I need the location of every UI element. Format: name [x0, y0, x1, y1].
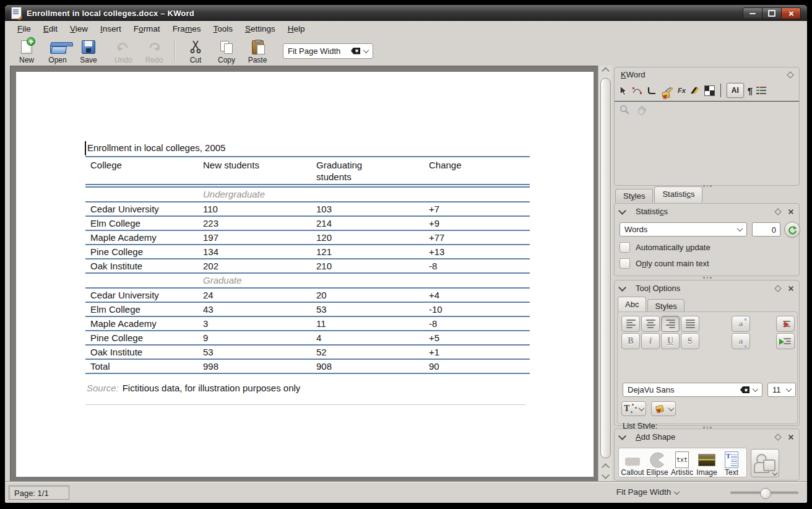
- tab-abc[interactable]: Abc: [618, 297, 646, 313]
- statistics-metric-select[interactable]: Words: [620, 222, 747, 237]
- table-row: Oak Institute5352+1: [85, 344, 530, 359]
- maximize-button[interactable]: [762, 7, 782, 19]
- auto-update-label: Automatically update: [636, 243, 710, 252]
- connector-tool-icon[interactable]: [646, 86, 656, 95]
- enrollment-table[interactable]: College New students Graduating students…: [85, 156, 530, 374]
- formula-tool-icon[interactable]: Fx: [678, 87, 686, 94]
- align-justify-button[interactable]: [681, 316, 699, 332]
- document-title[interactable]: Enrollment in local colleges, 2005: [87, 142, 225, 153]
- strikethrough-button[interactable]: S: [681, 333, 699, 349]
- refresh-button[interactable]: [784, 222, 800, 238]
- scroll-down-icon[interactable]: [602, 471, 610, 479]
- menu-frames[interactable]: Frames: [166, 23, 207, 35]
- align-right-button[interactable]: [661, 316, 680, 332]
- list-format-icon[interactable]: [756, 87, 766, 95]
- font-color-button[interactable]: T: [621, 401, 646, 416]
- shape-text[interactable]: T Text: [719, 450, 744, 477]
- redo-button[interactable]: Redo: [139, 37, 170, 64]
- scrollbar-thumb[interactable]: [600, 78, 611, 458]
- collapse-icon[interactable]: [618, 207, 626, 215]
- new-button[interactable]: New: [11, 37, 42, 64]
- shape-artistic-text[interactable]: txt Artistic: [670, 450, 694, 477]
- close-panel-icon[interactable]: [788, 434, 794, 440]
- calligraphy-tool-icon[interactable]: [689, 85, 701, 95]
- zoom-slider-knob[interactable]: [760, 488, 771, 499]
- text-direction-rtl-button[interactable]: [776, 316, 795, 332]
- chevron-down-icon: [363, 47, 369, 53]
- minimize-button[interactable]: [743, 7, 762, 19]
- titlebar[interactable]: Enrollment in local colleges.docx – KWor…: [5, 5, 807, 21]
- subscript-button[interactable]: as: [732, 333, 750, 349]
- copy-button[interactable]: Copy: [211, 37, 242, 64]
- splitter-handle[interactable]: [613, 277, 802, 279]
- shape-image[interactable]: Image: [694, 450, 719, 477]
- float-panel-icon[interactable]: [774, 285, 781, 292]
- collapse-icon[interactable]: [618, 432, 626, 440]
- menu-edit[interactable]: Edit: [37, 23, 64, 35]
- superscript-button[interactable]: as: [732, 316, 750, 332]
- document-canvas[interactable]: Enrollment in local colleges, 2005 Colle…: [10, 66, 598, 482]
- menu-help[interactable]: Help: [282, 23, 311, 35]
- float-panel-icon[interactable]: [787, 71, 793, 78]
- text-tool-button[interactable]: AI: [727, 83, 744, 98]
- table-header-row: College New students Graduating students…: [85, 156, 530, 185]
- cut-button[interactable]: Cut: [180, 37, 211, 64]
- tab-statistics[interactable]: Statistics: [654, 186, 702, 202]
- align-left-button[interactable]: [621, 316, 640, 332]
- menu-settings[interactable]: Settings: [239, 23, 282, 35]
- pattern-tool-icon[interactable]: [704, 85, 715, 96]
- scroll-up-icon[interactable]: [602, 463, 610, 471]
- tool-row: Fx AI ¶: [618, 82, 766, 98]
- highlight-color-button[interactable]: [651, 401, 676, 416]
- shape-callout[interactable]: Callout: [620, 450, 645, 477]
- tab-char-styles[interactable]: Styles: [647, 299, 684, 313]
- select-tool-icon[interactable]: [618, 85, 628, 96]
- collapse-icon[interactable]: [618, 284, 626, 292]
- auto-update-checkbox[interactable]: [620, 242, 630, 253]
- zoom-slider[interactable]: [730, 492, 798, 494]
- kword-panel-title: KWord: [621, 70, 646, 79]
- vertical-scrollbar[interactable]: [598, 66, 612, 482]
- underline-button[interactable]: U: [661, 333, 680, 349]
- italic-button[interactable]: i: [641, 333, 660, 349]
- shape-ellipse[interactable]: Ellipse: [645, 450, 670, 477]
- menu-tools[interactable]: Tools: [207, 23, 239, 35]
- menubar: File Edit View Insert Format Frames Tool…: [6, 21, 806, 36]
- paragraph-tool-icon[interactable]: ¶: [748, 85, 753, 96]
- maximize-icon: [768, 10, 775, 17]
- chevron-down-icon: [786, 386, 792, 392]
- close-button[interactable]: [782, 7, 801, 19]
- text-shape-icon: T: [725, 451, 738, 468]
- save-button[interactable]: Save: [73, 37, 104, 64]
- zoom-tool-icon[interactable]: [620, 105, 630, 115]
- zoom-combobox[interactable]: Fit Page Width: [283, 43, 373, 59]
- document-page[interactable]: Enrollment in local colleges, 2005 Colle…: [16, 72, 594, 477]
- text-direction-ltr-button[interactable]: [776, 333, 795, 349]
- table-row: Maple Academy311-8: [85, 316, 530, 330]
- menu-view[interactable]: View: [64, 23, 94, 35]
- font-family-combobox[interactable]: DejaVu Sans: [623, 383, 762, 397]
- float-panel-icon[interactable]: [774, 208, 781, 215]
- open-button[interactable]: Open: [42, 37, 73, 64]
- pan-hand-icon[interactable]: [636, 105, 647, 115]
- bold-button[interactable]: B: [621, 333, 640, 349]
- close-panel-icon[interactable]: [788, 285, 794, 292]
- align-center-button[interactable]: [641, 316, 660, 332]
- undo-button[interactable]: Undo: [108, 37, 139, 64]
- font-size-combobox[interactable]: 11: [767, 383, 796, 397]
- menu-format[interactable]: Format: [127, 23, 166, 35]
- close-panel-icon[interactable]: [788, 209, 794, 215]
- scroll-up-icon[interactable]: [602, 67, 610, 75]
- main-text-only-checkbox[interactable]: [620, 258, 630, 269]
- rtl-direction-icon: [780, 320, 791, 328]
- clear-icon[interactable]: [351, 48, 360, 54]
- tab-styles[interactable]: Styles: [615, 189, 653, 202]
- menu-insert[interactable]: Insert: [94, 23, 127, 35]
- paste-button[interactable]: Paste: [242, 37, 273, 64]
- float-panel-icon[interactable]: [774, 433, 781, 440]
- bezier-tool-icon[interactable]: [632, 85, 642, 95]
- clear-icon[interactable]: [740, 386, 749, 393]
- menu-file[interactable]: File: [11, 23, 37, 35]
- statusbar-zoom-select[interactable]: Fit Page Width: [616, 487, 683, 497]
- shape-collection-button[interactable]: [751, 449, 779, 477]
